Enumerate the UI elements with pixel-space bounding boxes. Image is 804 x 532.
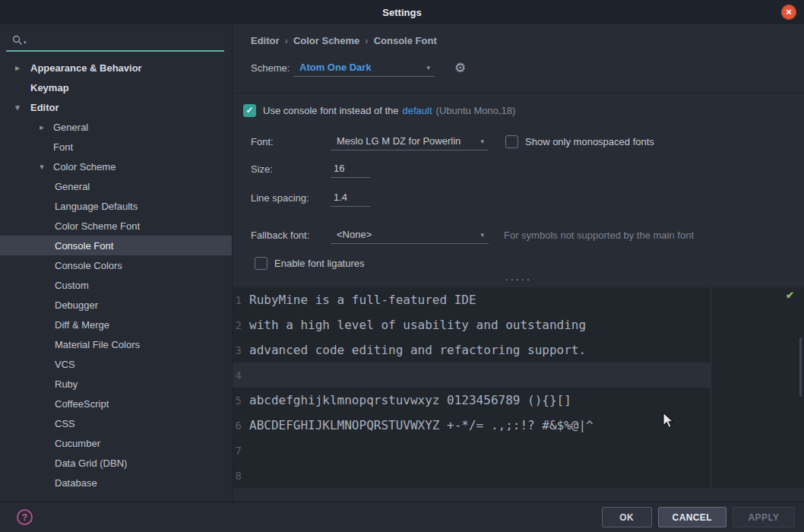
- sidebar-item-coffeescript[interactable]: CoffeeScript: [0, 394, 232, 413]
- ligatures-label: Enable font ligatures: [274, 258, 365, 269]
- line-number: 6: [233, 420, 249, 432]
- preview-line: 4: [233, 363, 804, 388]
- font-form: Font: Meslo LG M DZ for Powerlin ▾ Show …: [251, 131, 804, 245]
- sidebar-item-debugger[interactable]: Debugger: [0, 295, 232, 315]
- size-input[interactable]: 16: [331, 160, 370, 178]
- chevron-right-icon[interactable]: ▸: [12, 63, 23, 73]
- line-number: 2: [233, 319, 249, 331]
- footer-bar: OK CANCEL APPLY: [0, 502, 804, 532]
- sidebar-item-custom[interactable]: Custom: [0, 275, 232, 295]
- breadcrumb: Editor›Color Scheme›Console Font: [251, 35, 804, 47]
- monospaced-checkbox[interactable]: [505, 135, 518, 148]
- scheme-row: Scheme: Atom One Dark ▾ ⚙: [251, 58, 804, 78]
- search-input[interactable]: [30, 35, 198, 46]
- code-text: RubyMine is a full-featured IDE: [249, 293, 476, 307]
- preview-line: 8: [233, 463, 804, 488]
- close-button[interactable]: ×: [781, 5, 796, 20]
- chevron-down-icon[interactable]: ▾: [12, 103, 23, 112]
- size-row: Size: 16: [251, 159, 804, 179]
- sidebar-item-general[interactable]: ▸General: [0, 117, 232, 137]
- cancel-button[interactable]: CANCEL: [658, 507, 726, 527]
- font-value: Meslo LG M DZ for Powerlin: [337, 135, 461, 147]
- breadcrumb-item[interactable]: Console Font: [374, 35, 437, 46]
- sidebar-item-keymap[interactable]: Keymap: [0, 78, 232, 97]
- preview-line: 6ABCDEFGHIJKLMNOPQRSTUVWXYZ +-*/= .,;:!?…: [233, 413, 804, 438]
- sidebar-item-label: Color Scheme: [53, 161, 116, 173]
- font-label: Font:: [251, 136, 331, 147]
- sidebar-item-label: Cucumber: [55, 438, 100, 449]
- size-value: 16: [334, 163, 344, 174]
- sidebar-item-label: Data Grid (DBN): [55, 458, 127, 469]
- scheme-select[interactable]: Atom One Dark ▾: [293, 59, 435, 77]
- fallback-hint: For symbols not supported by the main fo…: [504, 230, 694, 241]
- breadcrumb-item[interactable]: Color Scheme: [293, 35, 359, 46]
- line-spacing-input[interactable]: 1.4: [331, 188, 370, 207]
- sidebar-item-diff-merge[interactable]: Diff & Merge: [0, 315, 232, 334]
- breadcrumb-separator: ›: [285, 35, 288, 46]
- apply-button[interactable]: APPLY: [733, 507, 795, 527]
- fallback-value: <None>: [337, 229, 372, 240]
- sidebar-item-console-colors[interactable]: Console Colors: [0, 255, 232, 275]
- chevron-down-icon[interactable]: ▾: [36, 162, 47, 172]
- font-row: Font: Meslo LG M DZ for Powerlin ▾ Show …: [251, 131, 804, 151]
- sidebar-item-font[interactable]: Font: [0, 137, 232, 157]
- sidebar-item-language-defaults[interactable]: Language Defaults: [0, 196, 232, 216]
- sidebar-item-label: Debugger: [55, 299, 98, 311]
- sidebar-item-label: Font: [53, 141, 73, 153]
- fallback-label: Fallback font:: [251, 230, 331, 241]
- search-history-arrow-icon[interactable]: ▾: [24, 40, 27, 46]
- preview-scrollbar[interactable]: [799, 337, 802, 397]
- search-box[interactable]: ▾: [6, 30, 224, 52]
- sidebar-item-database[interactable]: Database: [0, 473, 232, 492]
- sidebar-item-material-file-colors[interactable]: Material File Colors: [0, 334, 232, 354]
- settings-dialog: Settings × ▾ ▸Appearance & BehaviorKeyma…: [0, 0, 804, 532]
- splitter-handle[interactable]: ·····: [233, 276, 804, 283]
- preview-line: 2with a high level of usability and outs…: [233, 312, 804, 337]
- inspections-ok-icon[interactable]: ✔: [786, 290, 794, 301]
- sidebar-item-ruby[interactable]: Ruby: [0, 374, 232, 394]
- sidebar-item-label: Database: [55, 477, 97, 489]
- preview-editor[interactable]: 1RubyMine is a full-featured IDE2with a …: [233, 287, 804, 488]
- use-console-font-checkbox[interactable]: ✓: [243, 104, 256, 117]
- preview-line: 3advanced code editing and refactoring s…: [233, 337, 804, 363]
- preview-line: 7: [233, 438, 804, 463]
- sidebar-item-editor[interactable]: ▾Editor: [0, 97, 232, 117]
- sidebar-item-cucumber[interactable]: Cucumber: [0, 433, 232, 453]
- line-number: 8: [233, 470, 249, 482]
- gear-icon[interactable]: ⚙: [454, 60, 466, 76]
- sidebar-item-label: General: [53, 122, 88, 133]
- chevron-down-icon: ▾: [426, 64, 430, 71]
- chevron-right-icon[interactable]: ▸: [36, 122, 47, 132]
- help-button[interactable]: ?: [17, 509, 33, 525]
- separator: [233, 93, 804, 93]
- monospaced-row: Show only monospaced fonts: [505, 135, 654, 148]
- use-console-font-row: ✓ Use console font instead of the defaul…: [243, 103, 804, 118]
- fallback-row: Fallback font: <None> ▾ For symbols not …: [251, 225, 804, 245]
- sidebar-item-appearance-behavior[interactable]: ▸Appearance & Behavior: [0, 58, 232, 78]
- font-select[interactable]: Meslo LG M DZ for Powerlin ▾: [331, 132, 489, 150]
- ligatures-checkbox[interactable]: [255, 257, 267, 270]
- breadcrumb-item[interactable]: Editor: [251, 35, 280, 46]
- code-text: ABCDEFGHIJKLMNOPQRSTUVWXYZ +-*/= .,;:!? …: [249, 418, 594, 432]
- sidebar-item-vcs[interactable]: VCS: [0, 354, 232, 374]
- sidebar-item-label: Appearance & Behavior: [30, 62, 142, 74]
- sidebar-item-label: Custom: [55, 280, 89, 291]
- fallback-select[interactable]: <None> ▾: [331, 226, 489, 244]
- sidebar-item-color-scheme[interactable]: ▾Color Scheme: [0, 157, 232, 176]
- breadcrumb-separator: ›: [365, 35, 368, 46]
- sidebar-item-color-scheme-font[interactable]: Color Scheme Font: [0, 216, 232, 236]
- sidebar-item-label: Ruby: [55, 378, 78, 390]
- sidebar-item-label: Editor: [30, 102, 59, 113]
- sidebar-item-general[interactable]: General: [0, 176, 232, 196]
- chevron-down-icon: ▾: [480, 231, 484, 239]
- sidebar-item-data-grid-dbn[interactable]: Data Grid (DBN): [0, 453, 232, 473]
- settings-sidebar: ▾ ▸Appearance & BehaviorKeymap▾Editor▸Ge…: [0, 24, 233, 502]
- titlebar: Settings ×: [0, 0, 804, 24]
- sidebar-item-label: Language Defaults: [55, 201, 138, 212]
- line-number: 1: [233, 294, 249, 306]
- sidebar-item-css[interactable]: CSS: [0, 413, 232, 433]
- sidebar-item-console-font[interactable]: Console Font: [0, 236, 232, 255]
- size-label: Size:: [251, 163, 331, 175]
- ok-button[interactable]: OK: [602, 507, 652, 527]
- default-font-link[interactable]: default: [403, 105, 432, 116]
